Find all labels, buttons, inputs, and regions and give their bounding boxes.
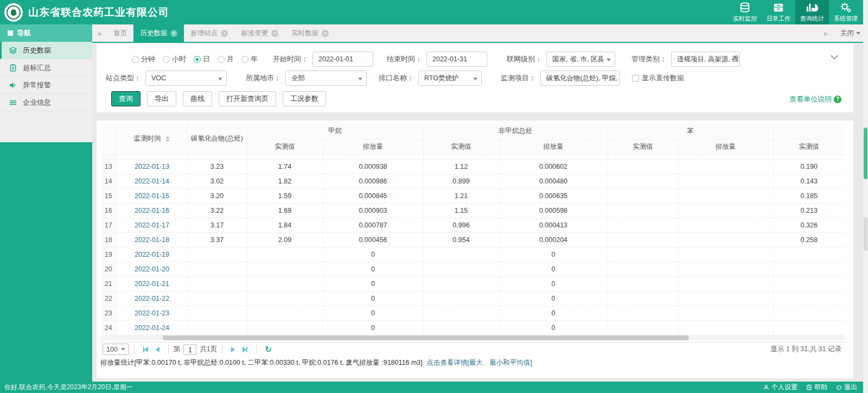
date-link-cell[interactable]: 2022-01-15 — [117, 188, 187, 203]
unit-help-link[interactable]: 查看单位说明 ? — [789, 94, 841, 104]
tab-new-station[interactable]: 新增站点 × — [184, 24, 234, 42]
nav-system-management[interactable]: 系统管理 — [829, 0, 863, 24]
company-logo — [4, 3, 23, 22]
network-level-label: 联网级别： — [507, 54, 542, 64]
prev-page-icon[interactable] — [156, 347, 159, 352]
sidebar-item-history-data[interactable]: 历史数据 — [0, 42, 92, 59]
sort-icon[interactable] — [165, 136, 170, 142]
radio-day[interactable]: 日 — [194, 54, 210, 64]
collapse-filter-icon[interactable] — [832, 53, 838, 58]
table-body: 132022-01-133.231.740.0009381.120.000602… — [100, 154, 845, 335]
horizontal-scrollbar-thumb[interactable] — [163, 335, 689, 340]
vertical-scrollbar[interactable] — [863, 0, 868, 393]
site-type-select[interactable]: VOC — [145, 71, 227, 86]
value-cell: 0.000602 — [499, 159, 608, 174]
value-cell — [678, 291, 773, 306]
table-row[interactable]: 152022-01-153.201.590.0008451.210.000635… — [100, 188, 845, 203]
inner-scrollbar-thumb[interactable] — [864, 217, 867, 251]
table-row[interactable]: 202022-01-2000 — [100, 262, 845, 276]
table-row[interactable]: 162022-01-163.221.690.0009031.150.000598… — [100, 203, 845, 218]
close-icon[interactable]: × — [271, 30, 278, 37]
value-cell — [608, 320, 678, 335]
date-link-cell[interactable]: 2022-01-24 — [117, 320, 187, 335]
monitor-item-select[interactable]: 碳氢化合物(总烃), 甲烷, 非 — [540, 71, 620, 86]
page-size-select[interactable]: 100 — [103, 344, 129, 355]
start-time-input[interactable]: 2022-01-01 — [312, 52, 373, 67]
sidebar-item-exceed-summary[interactable]: 超标汇总 — [0, 59, 92, 77]
export-button[interactable]: 导出 — [147, 91, 176, 106]
date-link-cell[interactable]: 2022-01-23 — [117, 306, 187, 320]
top-nav: 实时监控 日常工作 查询统计 — [728, 0, 863, 24]
table-row[interactable]: 142022-01-143.021.820.0009860.8990.00048… — [100, 174, 845, 188]
first-page-icon[interactable] — [143, 347, 148, 352]
value-cell — [187, 306, 247, 320]
tab-standard-change[interactable]: 标准变更 × — [234, 24, 285, 42]
tab-home[interactable]: 首页 — [107, 24, 133, 42]
sidebar-item-abnormal-alarm[interactable]: 异常报警 — [0, 77, 92, 94]
table-row[interactable]: 212022-01-2100 — [100, 276, 845, 291]
table-row[interactable]: 132022-01-133.231.740.0009381.120.000602… — [100, 159, 845, 174]
outlet-select[interactable]: RTO焚烧炉 — [418, 71, 482, 86]
nav-daily-work[interactable]: 日常工作 — [762, 0, 795, 24]
column-header-time[interactable]: 监测时间 — [117, 124, 187, 154]
table-row[interactable]: 172022-01-173.171.840.0007870.9960.00041… — [100, 218, 845, 232]
curve-button[interactable]: 曲线 — [183, 91, 212, 106]
date-link-cell[interactable]: 2022-01-22 — [117, 291, 187, 306]
query-button[interactable]: 查询 — [111, 91, 141, 106]
personal-settings-link[interactable]: 个人设置 — [763, 383, 797, 392]
radio-month[interactable]: 月 — [218, 54, 234, 64]
value-cell — [423, 291, 499, 306]
table-row[interactable]: 232022-01-2300 — [100, 306, 845, 320]
page-number-input[interactable]: 1 — [183, 344, 196, 355]
direct-data-checkbox[interactable] — [632, 75, 639, 82]
group-header-next — [773, 124, 845, 139]
row-number-cell: 18 — [100, 232, 117, 247]
open-new-query-button[interactable]: 打开新查询页 — [219, 91, 276, 106]
last-page-icon[interactable] — [242, 347, 247, 352]
help-link[interactable]: 帮助 — [806, 383, 827, 392]
sidebar-item-company-info[interactable]: 企业信息 — [0, 94, 92, 111]
value-cell: 0.000845 — [323, 188, 423, 203]
end-time-input[interactable]: 2022-01-31 — [426, 52, 487, 67]
stats-detail-link[interactable]: 点击查看详情[最大、最小和平均值] — [426, 359, 532, 366]
close-icon[interactable]: × — [221, 30, 228, 37]
refresh-icon[interactable]: ↻ — [265, 345, 272, 354]
radio-minute[interactable]: 分钟 — [132, 54, 155, 64]
date-link-cell[interactable]: 2022-01-16 — [117, 203, 187, 218]
table-row[interactable]: 222022-01-2200 — [100, 291, 845, 306]
manage-type-select[interactable]: 违规项目, 高架源, 重点排污 — [671, 52, 740, 67]
vertical-scrollbar-thumb[interactable] — [864, 128, 867, 179]
scroll-tabs-left-icon[interactable]: « — [92, 29, 107, 37]
tab-history-data[interactable]: 历史数据 × — [133, 24, 184, 42]
radio-year[interactable]: 年 — [241, 54, 258, 64]
horizontal-scrollbar[interactable] — [100, 335, 845, 340]
date-link-cell[interactable]: 2022-01-18 — [117, 232, 187, 247]
chevron-down-icon — [218, 78, 222, 80]
table-row[interactable]: 192022-01-1900 — [100, 247, 845, 262]
question-icon: ? — [834, 96, 841, 103]
date-link-cell[interactable]: 2022-01-17 — [117, 218, 187, 232]
close-icon[interactable]: × — [170, 30, 177, 37]
tab-realtime-data[interactable]: 实时数据 × — [285, 24, 335, 42]
scroll-tabs-right-icon[interactable]: » — [818, 29, 833, 37]
working-condition-button[interactable]: 工况参数 — [283, 91, 326, 106]
close-icon[interactable]: × — [322, 30, 329, 37]
logout-link[interactable]: 退出 — [836, 383, 857, 392]
date-link-cell[interactable]: 2022-01-20 — [117, 262, 187, 276]
close-tabs-menu[interactable]: 关闭 — [840, 29, 860, 38]
nav-query-statistics[interactable]: 查询统计 — [795, 0, 829, 24]
nav-realtime-monitor[interactable]: 实时监控 — [728, 0, 762, 24]
row-number-cell: 14 — [100, 174, 117, 188]
chevron-down-icon — [473, 78, 477, 80]
date-link-cell[interactable]: 2022-01-19 — [117, 247, 187, 262]
next-page-icon[interactable] — [231, 347, 235, 352]
table-row[interactable]: 242022-01-2400 — [100, 320, 845, 335]
date-link-cell[interactable]: 2022-01-14 — [117, 174, 187, 188]
date-link-cell[interactable]: 2022-01-21 — [117, 276, 187, 291]
table-row[interactable]: 182022-01-183.372.090.0004560.9540.00020… — [100, 232, 845, 247]
value-cell: 1.59 — [247, 188, 323, 203]
network-level-select[interactable]: 国家, 省, 市, 区县 — [546, 52, 615, 67]
date-link-cell[interactable]: 2022-01-13 — [117, 159, 187, 174]
city-select[interactable]: 全部 — [285, 71, 367, 86]
radio-hour[interactable]: 小时 — [163, 54, 186, 64]
